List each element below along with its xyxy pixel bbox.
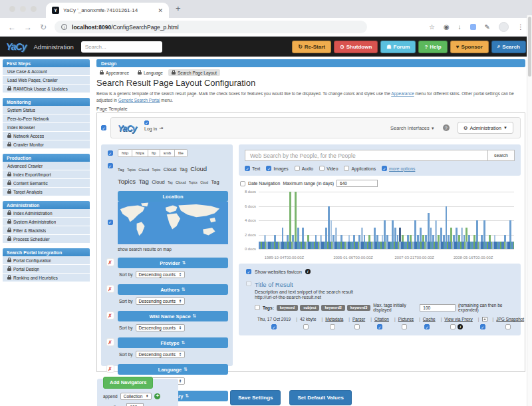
location-visible-checkbox[interactable] (108, 220, 113, 225)
login-visible-checkbox[interactable] (144, 120, 149, 125)
remove-navigator-icon[interactable] (107, 286, 114, 292)
navigator-header[interactable]: Filetype⇅ (118, 337, 228, 348)
browser-menu-icon[interactable]: ⋮ (517, 23, 524, 31)
favicon-visible-checkbox[interactable] (246, 269, 251, 274)
reload-icon[interactable]: ↻ (40, 23, 47, 32)
tag-cloud-word[interactable]: Tag (138, 178, 148, 185)
result-title[interactable]: Title of Result (255, 281, 293, 288)
add-navigators-button[interactable]: Add Navigators (103, 377, 153, 389)
max-range-input[interactable]: 640 (336, 180, 378, 187)
header-visible-checkbox[interactable] (101, 125, 106, 130)
tag-cloud-word[interactable]: Cloud (190, 165, 207, 172)
search-button[interactable]: ⌕Search (491, 41, 526, 53)
bookmark-star-icon[interactable]: ☆ (429, 23, 435, 31)
yacy-logo[interactable]: YaCy (6, 41, 27, 52)
remove-navigator-icon[interactable] (107, 312, 114, 319)
help-question-icon[interactable]: ? (443, 124, 450, 131)
sort-select[interactable]: Descending counts▲▼ (136, 298, 185, 305)
meta-checkbox[interactable] (505, 324, 511, 329)
tag-cloud-word[interactable]: Topics (152, 168, 161, 172)
remove-navigator-icon[interactable] (107, 259, 114, 266)
more-options-link[interactable]: more options (389, 166, 415, 171)
sidebar-item-peer-to-peer-network[interactable]: Peer-to-Peer Network (3, 114, 90, 123)
tag-cloud-word[interactable]: Tag (211, 179, 219, 185)
protocol-button-smb[interactable]: smb (160, 149, 175, 157)
navigator-header[interactable]: Provider⇅ (118, 258, 228, 268)
new-tab-button[interactable]: + (176, 3, 181, 13)
tag-cloud-word[interactable]: Cloud (176, 180, 186, 184)
save-settings-button[interactable]: Save Settings (230, 390, 281, 405)
sponsor-button[interactable]: ♥Sponsor (450, 41, 489, 53)
sidebar-item-use-case-account[interactable]: Use Case & Account (3, 67, 90, 76)
world-map[interactable] (118, 202, 228, 244)
maximize-window-button[interactable] (31, 6, 37, 12)
meta-checkbox[interactable] (402, 324, 407, 329)
browser-tab[interactable]: Y YaCy '_anonxmfe-74101261-14 ✕ (46, 3, 169, 18)
address-bar[interactable]: i localhost:8090/ConfigSearchPage_p.html (55, 21, 367, 33)
video-checkbox[interactable] (319, 166, 325, 171)
meta-item-label[interactable]: Parser (348, 317, 365, 321)
sidebar-item-ranking-and-heuristics[interactable]: Ranking and Heuristics (3, 274, 90, 282)
sidebar-item-crawler-monitor[interactable]: Crawler Monitor (3, 140, 90, 149)
re-start-button[interactable]: ↻Re-Start (292, 41, 331, 53)
login-label[interactable]: Log in (144, 126, 157, 131)
sidebar-item-system-status[interactable]: System Status (3, 106, 90, 114)
remove-navigator-icon[interactable] (107, 365, 114, 372)
audio-checkbox[interactable] (295, 166, 300, 171)
tab-language[interactable]: Language (134, 69, 166, 76)
sort-select[interactable]: Descending counts▲▼ (136, 324, 185, 331)
tagcloud-visible-checkbox[interactable] (108, 163, 113, 168)
download-icon[interactable]: ↓ (458, 23, 462, 31)
sidebar-item-portal-configuration[interactable]: Portal Configuration (3, 256, 90, 265)
tag-cloud-word[interactable]: Cloud (200, 181, 208, 184)
close-window-button[interactable] (9, 6, 15, 12)
navigator-header[interactable]: Language⇅ (118, 364, 228, 375)
meta-checkbox[interactable] (377, 324, 382, 329)
meta-checkbox[interactable] (330, 324, 335, 329)
tag-cloud-word[interactable]: Topics (189, 181, 198, 184)
sidebar-item-content-semantic[interactable]: Content Semantic (3, 179, 90, 188)
protocol-button-http[interactable]: http (118, 149, 132, 157)
tags-visible-checkbox[interactable] (255, 305, 260, 310)
appearance-link[interactable]: Appearance (391, 91, 414, 96)
remove-navigator-icon[interactable] (107, 339, 114, 345)
generic-search-portal-link[interactable]: Generic Search Portal (118, 98, 160, 102)
forward-icon[interactable]: → (24, 23, 32, 32)
protocol-button-https[interactable]: https (132, 149, 148, 157)
max-items-input[interactable]: 100 (126, 403, 144, 406)
max-tags-input[interactable]: 100 (420, 304, 456, 311)
meta-item-label[interactable]: View via Proxy (441, 317, 473, 321)
sidebar-item-network-access[interactable]: Network Access (3, 132, 90, 140)
sidebar-item-advanced-crawler[interactable]: Advanced Crawler (3, 162, 90, 170)
meta-checkbox[interactable] (480, 324, 485, 329)
set-default-values-button[interactable]: Set Default Values (289, 390, 351, 405)
navigator-header[interactable]: Authors⇅ (118, 284, 228, 295)
extension-pen-icon[interactable]: ✎ (485, 23, 490, 31)
sidebar-item-index-administration[interactable]: Index Administration (3, 209, 90, 218)
sidebar-item-system-administration[interactable]: System Administration (3, 218, 90, 226)
navbar-search-input[interactable]: Search... (81, 41, 162, 53)
meta-checkbox[interactable] (354, 324, 360, 329)
help-button[interactable]: ?Help (418, 41, 447, 53)
sort-select[interactable]: Descending counts▲▼ (136, 271, 185, 278)
info-icon[interactable] (305, 269, 311, 274)
tag-cloud-word[interactable]: Topics (127, 168, 136, 172)
text-checkbox[interactable] (245, 166, 250, 171)
browser-scrollbar[interactable] (527, 15, 532, 406)
navigator-header[interactable]: Wiki Name Space⇅ (118, 311, 228, 321)
back-icon[interactable]: ← (8, 23, 16, 32)
extension-icon[interactable] (470, 24, 476, 30)
tag-cloud-word[interactable]: Topics (118, 178, 136, 185)
protocol-button-file[interactable]: file (175, 149, 188, 157)
tab-search-page-layout[interactable]: Search Page Layout (168, 69, 220, 76)
sidebar-item-load-web-pages-crawler[interactable]: Load Web Pages, Crawler (3, 76, 90, 85)
protocol-button-ftp[interactable]: ftp (148, 149, 160, 157)
profile-avatar[interactable] (499, 22, 509, 32)
more-options-checkbox[interactable] (382, 166, 387, 171)
meta-checkbox[interactable] (271, 324, 277, 329)
sidebar-item-process-scheduler[interactable]: Process Scheduler (3, 235, 90, 244)
window-controls[interactable] (9, 6, 37, 12)
meta-item-label[interactable]: Metadata (322, 317, 344, 321)
preview-search-button[interactable]: search (488, 150, 515, 161)
meta-checkbox[interactable] (424, 324, 430, 329)
